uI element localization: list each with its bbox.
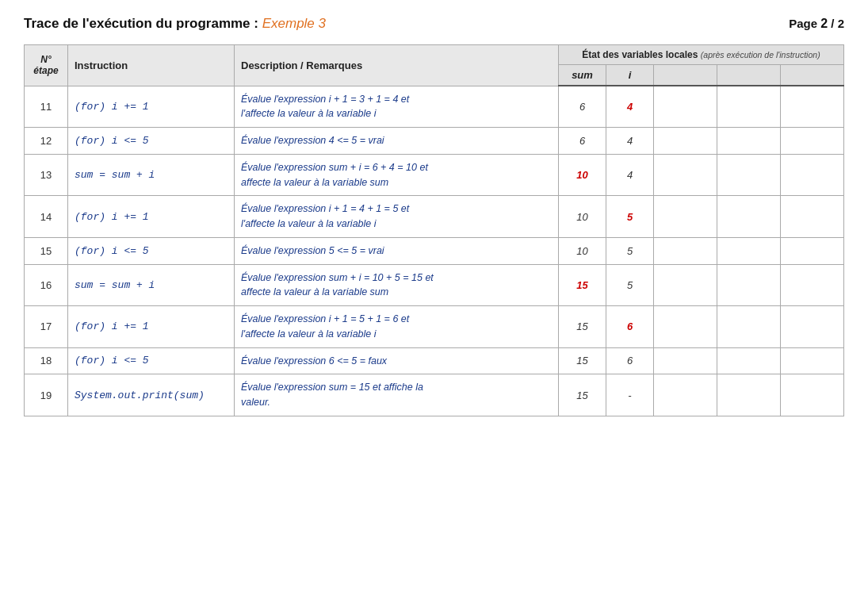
cell-sum: 10 <box>559 196 606 238</box>
cell-description: Évalue l'expression 4 <= 5 = vrai <box>235 128 559 155</box>
col-sum-header: sum <box>559 65 606 86</box>
cell-empty <box>654 347 717 374</box>
col-i-header: i <box>606 65 654 86</box>
table-row: 11(for) i += 1Évalue l'expression i + 1 … <box>25 86 844 128</box>
cell-description: Évalue l'expression 5 <= 5 = vrai <box>235 237 559 264</box>
cell-sum: 6 <box>559 128 606 155</box>
col-num-header: N° étape <box>25 45 68 86</box>
cell-instruction: System.out.print(sum) <box>68 374 235 416</box>
col-instruction-header: Instruction <box>68 45 235 86</box>
cell-description: Évalue l'expression i + 1 = 5 + 1 = 6 et… <box>235 306 559 348</box>
cell-sum: 15 <box>559 264 606 306</box>
cell-description: Évalue l'expression i + 1 = 4 + 1 = 5 et… <box>235 196 559 238</box>
table-row: 16sum = sum + iÉvalue l'expression sum +… <box>25 264 844 306</box>
cell-empty <box>717 347 781 374</box>
title-example: Exemple 3 <box>262 16 326 31</box>
table-row: 14(for) i += 1Évalue l'expression i + 1 … <box>25 196 844 238</box>
page-label: Page <box>789 17 817 30</box>
cell-empty <box>781 196 844 238</box>
cell-description: Évalue l'expression 6 <= 5 = faux <box>235 347 559 374</box>
table-row: 18(for) i <= 5Évalue l'expression 6 <= 5… <box>25 347 844 374</box>
col-description-header: Description / Remarques <box>235 45 559 86</box>
cell-instruction: (for) i <= 5 <box>68 237 235 264</box>
cell-instruction: sum = sum + i <box>68 154 235 196</box>
cell-instruction: (for) i <= 5 <box>68 347 235 374</box>
cell-description: Évalue l'expression i + 1 = 3 + 1 = 4 et… <box>235 86 559 128</box>
cell-instruction: sum = sum + i <box>68 264 235 306</box>
cell-sum: 15 <box>559 347 606 374</box>
cell-i: 6 <box>606 306 654 348</box>
cell-empty <box>781 374 844 416</box>
cell-instruction: (for) i <= 5 <box>68 128 235 155</box>
cell-instruction: (for) i += 1 <box>68 306 235 348</box>
cell-empty <box>717 86 781 128</box>
cell-num: 15 <box>25 237 68 264</box>
cell-i: - <box>606 374 654 416</box>
table-row: 15(for) i <= 5Évalue l'expression 5 <= 5… <box>25 237 844 264</box>
cell-num: 14 <box>25 196 68 238</box>
cell-sum: 10 <box>559 237 606 264</box>
cell-empty <box>654 374 717 416</box>
page-header: Trace de l'exécution du programme : Exem… <box>24 16 844 32</box>
table-row: 17(for) i += 1Évalue l'expression i + 1 … <box>25 306 844 348</box>
col-empty1-header <box>654 65 717 86</box>
table-row: 19System.out.print(sum)Évalue l'expressi… <box>25 374 844 416</box>
cell-sum: 15 <box>559 374 606 416</box>
cell-num: 17 <box>25 306 68 348</box>
cell-empty <box>717 154 781 196</box>
cell-i: 4 <box>606 154 654 196</box>
cell-description: Évalue l'expression sum + i = 10 + 5 = 1… <box>235 264 559 306</box>
page-total: 2 <box>838 17 844 30</box>
cell-empty <box>654 237 717 264</box>
cell-i: 4 <box>606 128 654 155</box>
cell-sum: 6 <box>559 86 606 128</box>
cell-empty <box>781 306 844 348</box>
table-body: 11(for) i += 1Évalue l'expression i + 1 … <box>25 86 844 416</box>
col-empty2-header <box>717 65 781 86</box>
cell-empty <box>781 128 844 155</box>
cell-empty <box>717 196 781 238</box>
cell-empty <box>717 237 781 264</box>
cell-num: 11 <box>25 86 68 128</box>
col-etat-header: État des variables locales (après exécut… <box>559 45 844 65</box>
cell-num: 16 <box>25 264 68 306</box>
table-row: 12(for) i <= 5Évalue l'expression 4 <= 5… <box>25 128 844 155</box>
cell-num: 13 <box>25 154 68 196</box>
table-row: 13sum = sum + iÉvalue l'expression sum +… <box>25 154 844 196</box>
cell-sum: 10 <box>559 154 606 196</box>
trace-table: N° étape Instruction Description / Remar… <box>24 44 844 416</box>
cell-empty <box>654 154 717 196</box>
cell-empty <box>781 154 844 196</box>
header-row-1: N° étape Instruction Description / Remar… <box>25 45 844 65</box>
cell-i: 5 <box>606 237 654 264</box>
cell-description: Évalue l'expression sum + i = 6 + 4 = 10… <box>235 154 559 196</box>
cell-empty <box>654 264 717 306</box>
etat-subtitle: (après exécution de l'instruction) <box>701 50 820 59</box>
cell-empty <box>654 128 717 155</box>
cell-empty <box>654 196 717 238</box>
cell-num: 19 <box>25 374 68 416</box>
cell-empty <box>781 264 844 306</box>
title-sep: : <box>250 16 262 31</box>
page-number: Page 2 / 2 <box>789 17 844 31</box>
page-current: 2 <box>820 17 828 30</box>
cell-empty <box>781 237 844 264</box>
page-title: Trace de l'exécution du programme : Exem… <box>24 16 326 32</box>
cell-empty <box>717 128 781 155</box>
cell-sum: 15 <box>559 306 606 348</box>
cell-empty <box>781 86 844 128</box>
cell-i: 5 <box>606 196 654 238</box>
cell-i: 6 <box>606 347 654 374</box>
cell-empty <box>717 306 781 348</box>
cell-i: 5 <box>606 264 654 306</box>
cell-empty <box>654 306 717 348</box>
cell-instruction: (for) i += 1 <box>68 196 235 238</box>
cell-i: 4 <box>606 86 654 128</box>
title-main: Trace de l'exécution du programme <box>24 16 250 31</box>
cell-num: 18 <box>25 347 68 374</box>
page-sep: / <box>831 17 834 30</box>
cell-empty <box>717 264 781 306</box>
cell-empty <box>781 347 844 374</box>
cell-description: Évalue l'expression sum = 15 et affiche … <box>235 374 559 416</box>
cell-num: 12 <box>25 128 68 155</box>
